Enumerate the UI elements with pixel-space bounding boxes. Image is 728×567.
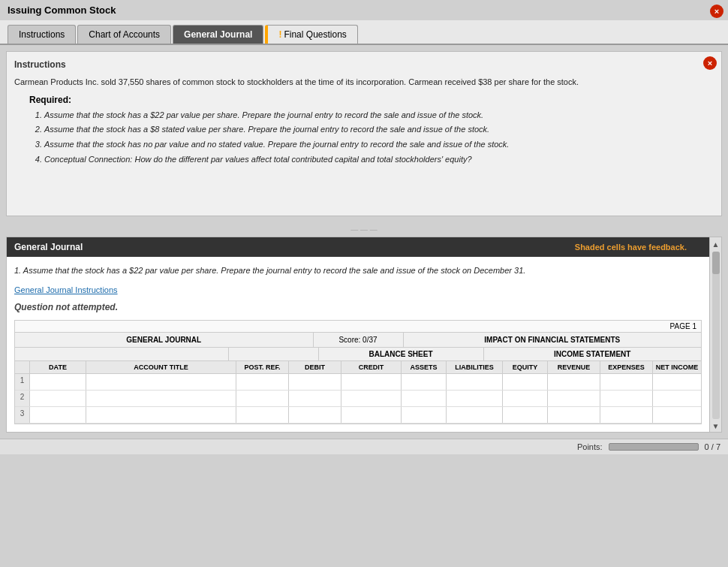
impact-label: IMPACT ON FINANCIAL STATEMENTS	[404, 333, 702, 347]
gj-body: 1. Assume that the stock has a $22 par v…	[7, 257, 709, 432]
cell-debit[interactable]	[289, 391, 341, 406]
list-item: Assume that the stock has no par value a…	[44, 137, 714, 152]
instructions-list: Assume that the stock has a $22 par valu…	[44, 108, 714, 167]
cell-netincome[interactable]	[653, 374, 701, 390]
cell-post[interactable]	[236, 374, 289, 390]
orange-indicator-icon: !	[278, 29, 281, 40]
col-equity: EQUITY	[503, 361, 548, 373]
cell-netincome[interactable]	[653, 407, 701, 423]
cell-date[interactable]	[30, 407, 86, 423]
cell-debit[interactable]	[289, 374, 341, 390]
cell-liabilities[interactable]	[447, 407, 503, 423]
tab-final-questions[interactable]: !Final Questions	[265, 25, 357, 44]
cell-equity[interactable]	[503, 374, 548, 390]
instructions-close-button[interactable]: ×	[703, 56, 717, 70]
list-item: Assume that the stock has a $8 stated va…	[44, 122, 714, 137]
tab-instructions[interactable]: Instructions	[8, 25, 76, 44]
gj-title: General Journal	[14, 242, 83, 252]
instructions-panel-title: Instructions	[14, 59, 714, 70]
gj-main-panel: General Journal Shaded cells have feedba…	[6, 237, 710, 433]
scroll-up-button[interactable]: ▲	[711, 239, 721, 250]
cell-expenses[interactable]	[600, 391, 653, 406]
row-number: 3	[15, 407, 30, 423]
required-label: Required:	[29, 95, 714, 105]
col-assets: ASSETS	[402, 361, 447, 373]
tab-general-journal[interactable]: General Journal	[173, 25, 263, 44]
table-row: 2	[15, 391, 701, 407]
cell-revenue[interactable]	[548, 391, 600, 406]
row-number: 2	[15, 391, 30, 406]
balance-sheet-label: BALANCE SHEET	[319, 348, 484, 360]
points-progress-bar	[609, 443, 699, 451]
feedback-text: Shaded cells have feedback.	[575, 243, 687, 252]
cell-date[interactable]	[30, 391, 86, 406]
instructions-body-text: Carmean Products Inc. sold 37,550 shares…	[14, 76, 714, 89]
col-revenue: REVENUE	[548, 361, 600, 373]
gj-header: General Journal Shaded cells have feedba…	[7, 237, 709, 257]
col-liabilities: LIABILITIES	[447, 361, 503, 373]
gj-label: GENERAL JOURNAL	[15, 333, 314, 347]
journal-sub-header: BALANCE SHEET INCOME STATEMENT	[15, 348, 701, 361]
points-label: Points:	[577, 442, 603, 451]
cell-assets[interactable]	[402, 407, 447, 423]
points-bar: Points: 0 / 7	[0, 439, 728, 454]
gj-instructions-link[interactable]: General Journal Instructions	[14, 285, 118, 294]
col-account: ACCOUNT TITLE	[86, 361, 236, 373]
cell-expenses[interactable]	[600, 407, 653, 423]
col-netincome: NET INCOME	[653, 361, 701, 373]
not-attempted-label: Question not attempted.	[14, 302, 702, 312]
gj-close-button[interactable]: ×	[710, 5, 723, 18]
panel-divider: — — —	[0, 225, 728, 234]
cell-assets[interactable]	[402, 374, 447, 390]
cell-account[interactable]	[86, 407, 236, 423]
cell-netincome[interactable]	[653, 391, 701, 406]
income-stmt-label: INCOME STATEMENT	[484, 348, 702, 360]
tab-chart-of-accounts[interactable]: Chart of Accounts	[77, 25, 171, 44]
col-debit: DEBIT	[289, 361, 341, 373]
cell-date[interactable]	[30, 374, 86, 390]
instructions-panel: Instructions × Carmean Products Inc. sol…	[6, 51, 722, 216]
cell-account[interactable]	[86, 391, 236, 406]
scrollbar-track[interactable]	[712, 252, 720, 419]
cell-assets[interactable]	[402, 391, 447, 406]
gj-panel-wrapper: General Journal Shaded cells have feedba…	[6, 237, 722, 433]
cell-revenue[interactable]	[548, 374, 600, 390]
cell-credit[interactable]	[341, 407, 402, 423]
cell-account[interactable]	[86, 374, 236, 390]
cell-equity[interactable]	[503, 391, 548, 406]
table-row: 3	[15, 407, 701, 424]
col-expenses: EXPENSES	[600, 361, 653, 373]
cell-post[interactable]	[236, 391, 289, 406]
cell-credit[interactable]	[341, 391, 402, 406]
scroll-down-button[interactable]: ▼	[711, 421, 721, 432]
col-date: DATE	[30, 361, 86, 373]
scrollbar-thumb[interactable]	[712, 252, 720, 274]
page-title: Issuing Common Stock	[0, 0, 728, 20]
gj-question-text: 1. Assume that the stock has a $22 par v…	[14, 264, 702, 277]
page-label: PAGE 1	[15, 321, 701, 333]
cell-revenue[interactable]	[548, 407, 600, 423]
list-item: Conceptual Connection: How do the differ…	[44, 152, 714, 167]
tab-bar: Instructions Chart of Accounts General J…	[0, 20, 728, 45]
score-label: Score: 0/37	[314, 333, 404, 347]
journal-header-row1: GENERAL JOURNAL Score: 0/37 IMPACT ON FI…	[15, 333, 701, 348]
cell-liabilities[interactable]	[447, 391, 503, 406]
col-rownum	[15, 361, 30, 373]
cell-liabilities[interactable]	[447, 374, 503, 390]
column-headers: DATE ACCOUNT TITLE POST. REF. DEBIT CRED…	[15, 361, 701, 374]
row-number: 1	[15, 374, 30, 390]
cell-equity[interactable]	[503, 407, 548, 423]
points-value: 0 / 7	[705, 442, 720, 451]
cell-debit[interactable]	[289, 407, 341, 423]
list-item: Assume that the stock has a $22 par valu…	[44, 108, 714, 123]
cell-credit[interactable]	[341, 374, 402, 390]
cell-expenses[interactable]	[600, 374, 653, 390]
cell-post[interactable]	[236, 407, 289, 423]
journal-table: PAGE 1 GENERAL JOURNAL Score: 0/37 IMPAC…	[14, 320, 702, 424]
table-row: 1	[15, 374, 701, 391]
col-credit: CREDIT	[341, 361, 402, 373]
right-scrollbar[interactable]: ▲ ▼	[710, 237, 722, 433]
col-post: POST. REF.	[236, 361, 289, 373]
